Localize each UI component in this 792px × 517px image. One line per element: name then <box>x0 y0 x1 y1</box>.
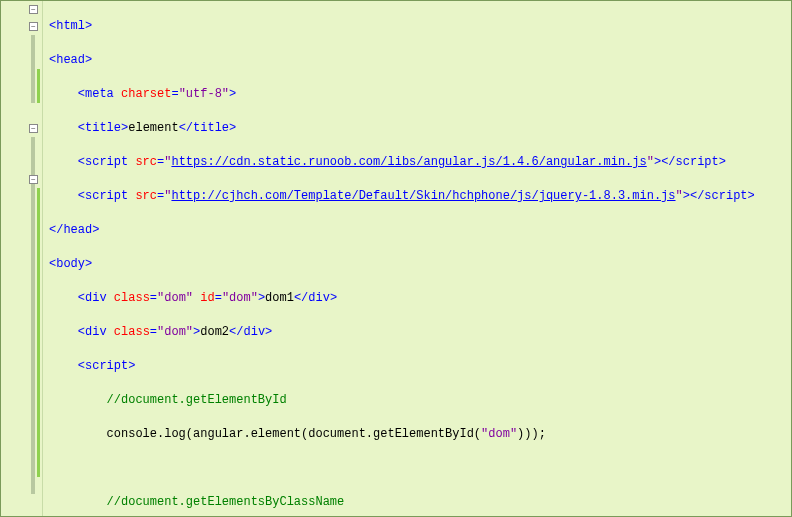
code-line: <script src="http://cjhch.com/Template/D… <box>49 188 785 205</box>
fold-bar <box>31 137 35 494</box>
code-editor[interactable]: − − − − <html> <head> <meta charset="utf… <box>0 0 792 517</box>
code-line: <body> <box>49 256 785 273</box>
fold-minus-icon[interactable]: − <box>29 5 38 14</box>
code-line: <div class="dom" id="dom">dom1</div> <box>49 290 785 307</box>
change-bar <box>37 69 40 103</box>
code-line: //document.getElementsByClassName <box>49 494 785 511</box>
code-line: </head> <box>49 222 785 239</box>
code-line: //document.getElementById <box>49 392 785 409</box>
change-bar <box>37 188 40 477</box>
gutter: − − − − <box>1 1 43 516</box>
code-area[interactable]: <html> <head> <meta charset="utf-8"> <ti… <box>43 1 791 516</box>
code-line <box>49 460 785 477</box>
code-line: <div class="dom">dom2</div> <box>49 324 785 341</box>
fold-minus-icon[interactable]: − <box>29 175 38 184</box>
code-line: <script> <box>49 358 785 375</box>
code-line: <head> <box>49 52 785 69</box>
fold-minus-icon[interactable]: − <box>29 124 38 133</box>
code-line: console.log(angular.element(document.get… <box>49 426 785 443</box>
code-line: <html> <box>49 18 785 35</box>
code-line: <title>element</title> <box>49 120 785 137</box>
fold-bar <box>31 35 35 103</box>
fold-minus-icon[interactable]: − <box>29 22 38 31</box>
code-line: <meta charset="utf-8"> <box>49 86 785 103</box>
code-line: <script src="https://cdn.static.runoob.c… <box>49 154 785 171</box>
